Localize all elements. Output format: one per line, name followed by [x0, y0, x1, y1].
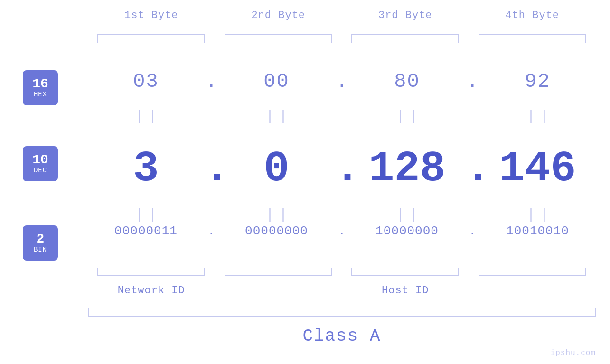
top-bracket-line-4: [479, 34, 586, 43]
network-id-label: Network ID: [88, 285, 215, 297]
dec-dot3: .: [465, 145, 479, 193]
hex-byte3: 80: [349, 70, 465, 93]
hex-byte2: 00: [218, 70, 335, 93]
bot-bracket-line-2: [225, 268, 332, 276]
hex-row: 03 . 00 . 80 . 92: [88, 70, 596, 93]
eq2-b3: ||: [349, 207, 465, 223]
eq2-b1: ||: [88, 207, 204, 223]
top-bracket-3: [342, 34, 469, 43]
bot-bracket-line-4: [479, 268, 586, 276]
hex-dot3: .: [465, 70, 479, 93]
hex-dot1: .: [204, 70, 218, 93]
equals-row-2: || || || ||: [88, 207, 596, 223]
dec-byte1: 3: [88, 145, 204, 193]
dec-byte2: 0: [218, 145, 335, 193]
bin-byte2: 00000000: [218, 224, 335, 238]
hex-byte4: 92: [479, 70, 596, 93]
id-labels: Network ID Host ID: [88, 285, 596, 297]
bin-badge: 2 BIN: [23, 225, 58, 261]
columns-area: 1st Byte 2nd Byte 3rd Byte 4th Byte 03 .: [88, 0, 596, 364]
bin-badge-num: 2: [37, 233, 45, 246]
hex-dot2: .: [335, 70, 349, 93]
eq1-b4: ||: [479, 108, 596, 124]
top-bracket-1: [88, 34, 215, 43]
top-bracket-4: [469, 34, 596, 43]
bin-row: 00000011 . 00000000 . 10000000 . 1001001…: [88, 224, 596, 238]
dec-byte3: 128: [349, 145, 465, 193]
dec-badge-label: DEC: [34, 167, 47, 174]
bot-bracket-4: [469, 268, 596, 276]
bin-byte4: 10010010: [479, 224, 596, 238]
dec-badge-num: 10: [32, 153, 48, 167]
top-brackets: [88, 34, 596, 43]
host-id-label: Host ID: [215, 285, 596, 297]
eq2-b2: ||: [218, 207, 335, 223]
bottom-brackets: [88, 268, 596, 276]
top-bracket-line-2: [225, 34, 332, 43]
equals-row-1: || || || ||: [88, 108, 596, 124]
bot-bracket-2: [215, 268, 342, 276]
eq1-b2: ||: [218, 108, 335, 124]
dec-row: 3 . 0 . 128 . 146: [88, 145, 596, 193]
main-container: 16 HEX 10 DEC 2 BIN 1st Byte 2nd Byte 3r…: [0, 0, 610, 364]
hex-badge: 16 HEX: [23, 70, 58, 105]
bin-byte1: 00000011: [88, 224, 204, 238]
bin-badge-label: BIN: [34, 246, 47, 253]
top-bracket-line-1: [97, 34, 205, 43]
byte-headers: 1st Byte 2nd Byte 3rd Byte 4th Byte: [88, 9, 596, 21]
header-byte4: 4th Byte: [469, 9, 596, 21]
dec-badge: 10 DEC: [23, 146, 58, 181]
dec-dot2: .: [335, 145, 349, 193]
bin-dot1: .: [204, 224, 218, 238]
header-byte3: 3rd Byte: [342, 9, 469, 21]
bot-bracket-3: [342, 268, 469, 276]
bot-bracket-line-1: [97, 268, 205, 276]
watermark: ipshu.com: [551, 349, 596, 357]
bot-bracket-line-3: [351, 268, 459, 276]
bin-byte3: 10000000: [349, 224, 465, 238]
dec-dot1: .: [204, 145, 218, 193]
header-byte1: 1st Byte: [88, 9, 215, 21]
eq1-b1: ||: [88, 108, 204, 124]
bot-bracket-1: [88, 268, 215, 276]
eq2-b4: ||: [479, 207, 596, 223]
header-byte2: 2nd Byte: [215, 9, 342, 21]
hex-byte1: 03: [88, 70, 204, 93]
class-label: Class A: [88, 327, 596, 346]
bin-dot2: .: [335, 224, 349, 238]
hex-badge-num: 16: [32, 77, 48, 91]
hex-badge-label: HEX: [34, 91, 47, 98]
top-bracket-line-3: [351, 34, 459, 43]
bin-dot3: .: [465, 224, 479, 238]
eq1-b3: ||: [349, 108, 465, 124]
big-bottom-bracket: [88, 308, 596, 317]
top-bracket-2: [215, 34, 342, 43]
dec-byte4: 146: [479, 145, 596, 193]
